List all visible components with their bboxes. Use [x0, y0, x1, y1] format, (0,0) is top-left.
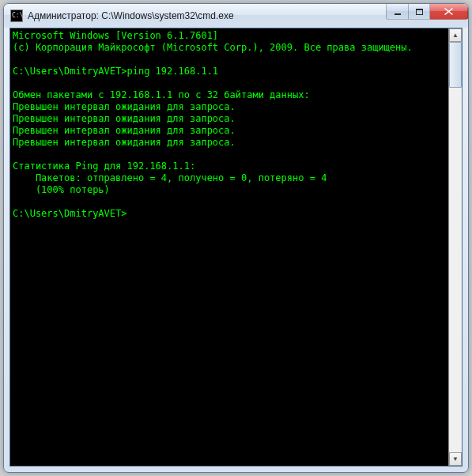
scroll-thumb[interactable] [449, 42, 462, 88]
window-frame: C:\ Администратор: C:\Windows\system32\c… [3, 3, 469, 473]
line: Статистика Ping для 192.168.1.1: [13, 161, 195, 172]
line: Превышен интервал ожидания для запроса. [13, 137, 236, 148]
line: (100% потерь) [13, 184, 110, 195]
line: Превышен интервал ожидания для запроса. [13, 125, 236, 136]
line: Превышен интервал ожидания для запроса. [13, 113, 236, 124]
line: Пакетов: отправлено = 4, получено = 0, п… [13, 172, 327, 183]
window-controls [386, 4, 468, 20]
line: Обмен пакетами с 192.168.1.1 по с 32 бай… [13, 89, 310, 100]
prompt-command: ping 192.168.1.1 [127, 66, 219, 77]
maximize-icon [416, 9, 423, 15]
minimize-icon [395, 13, 401, 15]
minimize-button[interactable] [386, 4, 409, 20]
vertical-scrollbar[interactable]: ▲ ▼ [448, 28, 462, 466]
line: Microsoft Windows [Version 6.1.7601] [13, 30, 218, 41]
cmd-icon: C:\ [10, 9, 23, 22]
chevron-down-icon: ▼ [452, 455, 459, 463]
prompt-path: C:\Users\DmitryAVET> [13, 66, 127, 77]
terminal-output[interactable]: Microsoft Windows [Version 6.1.7601] (c)… [10, 28, 448, 466]
line: Превышен интервал ожидания для запроса. [13, 101, 236, 112]
scroll-down-button[interactable]: ▼ [449, 452, 462, 466]
chevron-up-icon: ▲ [452, 32, 459, 39]
scroll-up-button[interactable]: ▲ [449, 28, 462, 42]
close-icon [444, 8, 453, 15]
maximize-button[interactable] [409, 4, 430, 20]
titlebar[interactable]: C:\ Администратор: C:\Windows\system32\c… [4, 4, 468, 28]
window-title: Администратор: C:\Windows\system32\cmd.e… [28, 10, 234, 21]
prompt-path: C:\Users\DmitryAVET> [13, 208, 127, 219]
close-button[interactable] [430, 4, 468, 20]
scroll-track[interactable] [449, 42, 462, 452]
client-area: Microsoft Windows [Version 6.1.7601] (c)… [9, 28, 463, 467]
line: (c) Корпорация Майкрософт (Microsoft Cor… [13, 42, 413, 53]
